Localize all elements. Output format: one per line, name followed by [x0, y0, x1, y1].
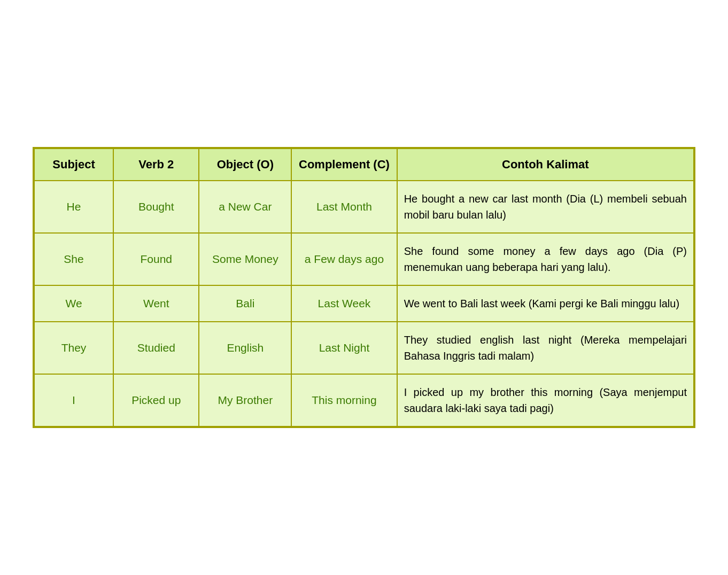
header-verb2: Verb 2 — [113, 149, 199, 181]
cell-complement: Last Night — [291, 322, 397, 374]
cell-contoh: He bought a new car last month (Dia (L) … — [397, 181, 694, 233]
cell-verb2: Bought — [113, 181, 199, 233]
cell-verb2: Studied — [113, 322, 199, 374]
cell-object: Bali — [199, 285, 291, 322]
header-object: Object (O) — [199, 149, 291, 181]
cell-contoh: We went to Bali last week (Kami pergi ke… — [397, 285, 694, 322]
table-row: IPicked upMy BrotherThis morningI picked… — [34, 374, 694, 426]
cell-subject: He — [34, 181, 113, 233]
table-row: WeWentBaliLast WeekWe went to Bali last … — [34, 285, 694, 322]
table-row: SheFoundSome Moneya Few days agoShe foun… — [34, 233, 694, 285]
cell-complement: This morning — [291, 374, 397, 426]
cell-contoh: She found some money a few days ago (Dia… — [397, 233, 694, 285]
cell-subject: She — [34, 233, 113, 285]
grammar-table: Subject Verb 2 Object (O) Complement (C)… — [34, 148, 694, 427]
cell-verb2: Went — [113, 285, 199, 322]
cell-contoh: I picked up my brother this morning (Say… — [397, 374, 694, 426]
cell-object: a New Car — [199, 181, 291, 233]
main-table-wrapper: Subject Verb 2 Object (O) Complement (C)… — [33, 147, 695, 428]
table-row: TheyStudiedEnglishLast NightThey studied… — [34, 322, 694, 374]
header-subject: Subject — [34, 149, 113, 181]
cell-complement: Last Month — [291, 181, 397, 233]
table-row: HeBoughta New CarLast MonthHe bought a n… — [34, 181, 694, 233]
header-complement: Complement (C) — [291, 149, 397, 181]
cell-subject: They — [34, 322, 113, 374]
header-contoh: Contoh Kalimat — [397, 149, 694, 181]
cell-object: Some Money — [199, 233, 291, 285]
cell-verb2: Found — [113, 233, 199, 285]
header-row: Subject Verb 2 Object (O) Complement (C)… — [34, 149, 694, 181]
cell-complement: a Few days ago — [291, 233, 397, 285]
cell-complement: Last Week — [291, 285, 397, 322]
cell-object: English — [199, 322, 291, 374]
cell-object: My Brother — [199, 374, 291, 426]
cell-contoh: They studied english last night (Mereka … — [397, 322, 694, 374]
cell-subject: We — [34, 285, 113, 322]
cell-verb2: Picked up — [113, 374, 199, 426]
cell-subject: I — [34, 374, 113, 426]
